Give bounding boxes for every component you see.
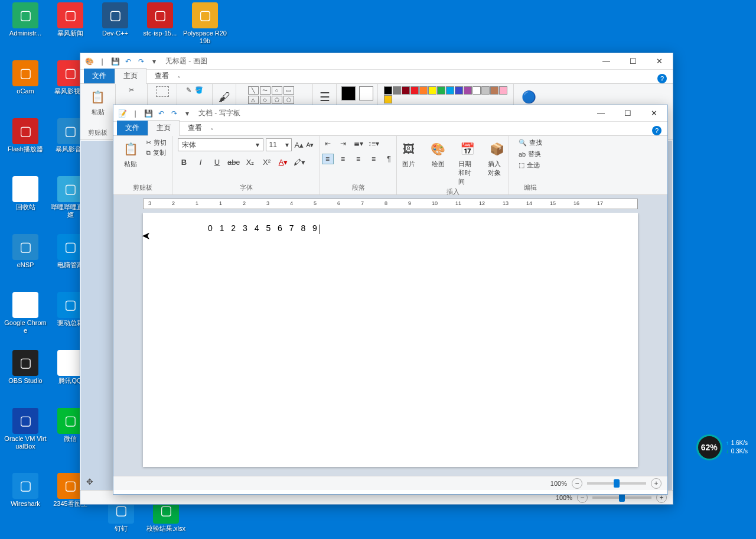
align-left-icon[interactable]: ≡ (322, 154, 334, 164)
text-caret (320, 225, 320, 234)
close-button[interactable]: ✕ (646, 53, 673, 70)
cut-icon[interactable]: ✂ (129, 86, 134, 94)
color-swatches[interactable] (384, 86, 508, 103)
desktop-icon[interactable]: ▢Flash播放器 (4, 118, 47, 153)
desktop-icon[interactable]: ▢Google Chrome (4, 292, 47, 335)
qat-menu-icon[interactable]: ▾ (182, 108, 193, 119)
undo-icon[interactable]: ↶ (123, 56, 133, 67)
qat-menu-icon[interactable]: ▾ (149, 56, 159, 67)
desktop-icon[interactable]: ▢Oracle VM VirtualBox (4, 408, 47, 450)
font-color-button[interactable]: A▾ (277, 156, 289, 168)
align-right-icon[interactable]: ≡ (353, 154, 364, 164)
tab-view[interactable]: 查看 (180, 121, 210, 135)
wordpad-window: 📝 | 💾 ↶ ↷ ▾ 文档 - 写字板 — ☐ ✕ 文件 主页 查看 ˄ ? … (113, 105, 668, 495)
save-icon[interactable]: 💾 (110, 56, 120, 67)
underline-button[interactable]: U (211, 156, 223, 168)
ruler[interactable]: 3211234567891011121314151617 (143, 199, 638, 209)
font-size-select[interactable]: 11▾ (266, 138, 292, 151)
cut-button[interactable]: ✂剪切 (146, 138, 167, 147)
wordpad-tabs: 文件 主页 查看 ˄ ? (113, 122, 667, 136)
desktop-icon[interactable]: ▢暴风新闻 (48, 2, 92, 37)
ruler-area: 3211234567891011121314151617 (113, 195, 667, 213)
pencil-icon[interactable]: ✎ (186, 86, 191, 94)
select-icon[interactable] (156, 86, 169, 97)
document-text: 0 1 2 3 4 5 6 7 8 9 (208, 223, 320, 233)
zoom-out-button[interactable]: − (572, 478, 582, 489)
desktop-icon[interactable]: ▢Polyspace R2019b (183, 2, 227, 45)
tab-view[interactable]: 查看 (146, 69, 177, 83)
help-icon[interactable]: ? (652, 126, 662, 135)
search-icon: 🔍 (519, 139, 527, 147)
desktop-icon[interactable]: ▢Wireshark (4, 473, 47, 508)
insert-picture-button[interactable]: 🖼图片 (397, 138, 421, 187)
paint-icon: 🎨 (84, 56, 94, 67)
highlight-button[interactable]: 🖍▾ (294, 156, 305, 168)
list-icon[interactable]: ≣▾ (353, 138, 364, 149)
replace-button[interactable]: ab替换 (519, 150, 542, 158)
collapse-ribbon-icon[interactable]: ˄ (210, 128, 214, 135)
superscript-button[interactable]: X² (260, 156, 272, 168)
tab-home[interactable]: 主页 (115, 68, 146, 84)
find-button[interactable]: 🔍查找 (519, 138, 542, 147)
insert-paint-button[interactable]: 🎨绘图 (426, 138, 450, 187)
paint-tabs: 文件 主页 查看 ˄ ? (80, 70, 673, 84)
undo-icon[interactable]: ↶ (156, 108, 167, 119)
redo-icon[interactable]: ↷ (169, 108, 180, 119)
tab-home[interactable]: 主页 (148, 120, 180, 136)
save-icon[interactable]: 💾 (143, 108, 154, 119)
minimize-button[interactable]: — (588, 105, 614, 122)
collapse-ribbon-icon[interactable]: ˄ (177, 76, 181, 83)
move-handle-icon[interactable]: ✥ (86, 477, 93, 486)
bold-button[interactable]: B (178, 156, 190, 168)
wordpad-titlebar[interactable]: 📝 | 💾 ↶ ↷ ▾ 文档 - 写字板 — ☐ ✕ (113, 105, 667, 122)
fill-icon[interactable]: 🪣 (195, 86, 203, 94)
insert-datetime-button[interactable]: 📅日期和时间 (456, 138, 480, 187)
help-icon[interactable]: ? (657, 74, 667, 83)
indent-inc-icon[interactable]: ⇥ (337, 138, 349, 149)
paste-button[interactable]: 📋 粘贴 (119, 138, 142, 170)
zoom-slider[interactable] (587, 482, 646, 485)
desktop-icon[interactable]: ▢eNSP (4, 234, 47, 269)
strike-button[interactable]: abc (227, 156, 239, 168)
paint-titlebar[interactable]: 🎨 | 💾 ↶ ↷ ▾ 无标题 - 画图 — ☐ ✕ (80, 53, 673, 70)
paste-button[interactable]: 📋 粘贴 (86, 86, 110, 118)
scissors-icon: ✂ (146, 139, 151, 147)
net-down: 0.3K/s (731, 448, 748, 454)
shapes-gallery[interactable]: ╲〜○▭△◇⬠⬡ (248, 86, 301, 104)
desktop-icon[interactable]: ▢stc-isp-15... (138, 2, 182, 37)
zoom-in-button[interactable]: + (651, 478, 662, 489)
network-widget[interactable]: 62% ↑1.6K/s ↓0.3K/s (696, 434, 748, 460)
desktop-icon[interactable]: ▢Administr... (4, 2, 47, 37)
line-spacing-icon[interactable]: ↕≡▾ (368, 138, 380, 149)
indent-dec-icon[interactable]: ⇤ (322, 138, 334, 149)
zoom-slider[interactable] (592, 496, 651, 499)
net-up: 1.6K/s (731, 440, 748, 446)
desktop-icon[interactable]: ▢OBS Studio (4, 350, 47, 385)
close-button[interactable]: ✕ (641, 105, 667, 122)
tab-file[interactable]: 文件 (84, 69, 115, 83)
color1[interactable] (341, 86, 356, 100)
justify-icon[interactable]: ≡ (368, 154, 380, 164)
shrink-font-icon[interactable]: A▾ (306, 141, 314, 149)
copy-button[interactable]: ⧉复制 (146, 148, 167, 157)
insert-object-button[interactable]: 📦插入对象 (485, 138, 509, 187)
desktop-icon[interactable]: ▢Dev-C++ (93, 2, 137, 37)
subscript-button[interactable]: X₂ (244, 156, 256, 168)
minimize-button[interactable]: — (593, 53, 620, 70)
grow-font-icon[interactable]: A▴ (294, 141, 304, 150)
color2[interactable] (359, 86, 373, 100)
desktop-icon[interactable]: ▢oCam (4, 60, 47, 95)
desktop-icon[interactable]: ▢回收站 (4, 176, 47, 211)
page[interactable]: 0 1 2 3 4 5 6 7 8 9 ➤ (143, 213, 638, 467)
paragraph-icon[interactable]: ¶ (383, 154, 395, 164)
selectall-button[interactable]: ⬚全选 (519, 161, 542, 170)
selectall-icon: ⬚ (519, 161, 524, 169)
redo-icon[interactable]: ↷ (136, 56, 146, 67)
maximize-button[interactable]: ☐ (620, 53, 646, 70)
font-name-select[interactable]: 宋体▾ (178, 138, 263, 151)
align-center-icon[interactable]: ≡ (337, 154, 349, 164)
wordpad-title: 文档 - 写字板 (198, 108, 240, 118)
tab-file[interactable]: 文件 (117, 121, 148, 135)
maximize-button[interactable]: ☐ (614, 105, 641, 122)
italic-button[interactable]: I (194, 156, 206, 168)
